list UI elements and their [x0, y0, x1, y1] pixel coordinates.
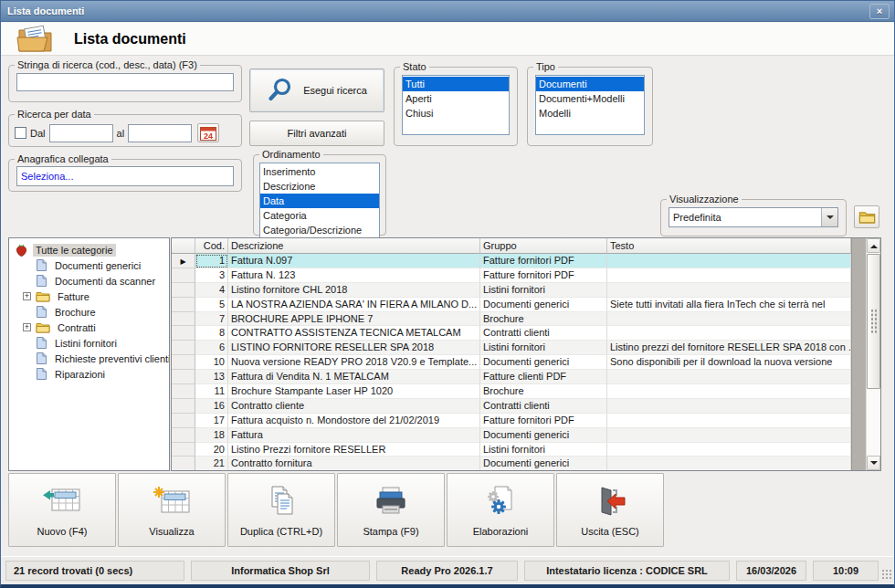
visualizzazione-combobox[interactable]: Predefinita — [669, 207, 838, 227]
column-gruppo[interactable]: Gruppo — [480, 238, 607, 254]
stato-group: Stato TuttiApertiChiusi — [394, 61, 518, 146]
folder-icon — [36, 321, 50, 333]
date-filter-checkbox[interactable] — [15, 127, 26, 139]
table-row[interactable]: 18FatturaDocumenti generici — [172, 428, 851, 443]
row-selector[interactable] — [172, 283, 195, 298]
ordinamento-option[interactable]: Data — [260, 194, 379, 208]
new-record-button[interactable]: Nuovo (F4) — [8, 473, 116, 547]
table-row[interactable]: 3Fattura N. 123Fatture fornitori PDF — [172, 268, 851, 283]
calendar-button[interactable]: 24 — [197, 123, 219, 142]
tree-root-item[interactable]: Tutte le categorie — [11, 242, 167, 257]
resize-grip[interactable] — [881, 569, 891, 579]
tree-item[interactable]: Documenti da scanner — [11, 273, 167, 289]
row-selector[interactable] — [172, 457, 195, 470]
table-row[interactable]: 5LA NOSTRA AZIENDA SARA' IN FIERA A MILA… — [172, 298, 851, 312]
visualizzazione-group-label: Visualizzazione — [667, 194, 742, 205]
tipo-option[interactable]: Documenti — [536, 77, 644, 91]
ordinamento-option[interactable]: Categoria/Descrizione — [260, 223, 379, 237]
cell-descrizione: BROCHURE APPLE IPHONE 7 — [228, 312, 480, 327]
run-search-label: Esegui ricerca — [303, 85, 367, 96]
run-search-button[interactable]: Esegui ricerca — [249, 68, 384, 112]
tree-item[interactable]: Brochure — [11, 304, 167, 320]
stato-listbox[interactable]: TuttiApertiChiusi — [402, 75, 510, 135]
tipo-option[interactable]: Modelli — [536, 106, 644, 121]
cell-testo — [607, 414, 851, 428]
date-to-input[interactable] — [128, 124, 192, 142]
tree-item[interactable]: +Contratti — [11, 320, 167, 335]
duplicate-button[interactable]: Duplica (CTRL+D) — [227, 473, 335, 547]
tipo-listbox[interactable]: DocumentiDocumenti+ModelliModelli — [535, 75, 645, 135]
tipo-option[interactable]: Documenti+Modelli — [536, 91, 644, 106]
row-selector[interactable] — [172, 384, 195, 399]
expand-plus-icon[interactable]: + — [23, 292, 31, 300]
page-icon — [36, 258, 47, 272]
column-testo[interactable]: Testo — [607, 238, 851, 254]
row-selector[interactable] — [172, 428, 195, 443]
table-row[interactable]: 10Nuova versione READY PRO 2018 V20.9 e … — [172, 355, 851, 370]
ordinamento-option[interactable]: Categoria — [260, 208, 379, 223]
row-selector[interactable] — [172, 298, 195, 312]
ordinamento-option[interactable]: Inserimento — [260, 164, 379, 179]
table-row[interactable]: 8CONTRATTO ASSISTENZA TECNICA METALCAMCo… — [172, 326, 851, 341]
table-row[interactable]: 16Contratto clienteContratti clienti — [172, 399, 851, 414]
stato-option[interactable]: Tutti — [403, 77, 509, 91]
advanced-filters-button[interactable]: Filtri avanzati — [249, 121, 384, 146]
action-button-label: Elaborazioni — [473, 526, 529, 537]
row-selector[interactable] — [172, 399, 195, 414]
row-selector[interactable]: ▶ — [172, 254, 195, 268]
row-selector[interactable] — [172, 370, 195, 384]
view-record-button[interactable]: Visualizza — [118, 473, 226, 547]
close-button[interactable]: × — [869, 4, 890, 19]
process-button[interactable]: Elaborazioni — [447, 473, 554, 547]
ordinamento-option[interactable]: Descrizione — [260, 179, 379, 194]
table-row[interactable]: 20Listino Prezzi fornitore RESELLERListi… — [172, 443, 851, 457]
print-button[interactable]: Stampa (F9) — [337, 473, 445, 547]
cell-testo — [607, 399, 851, 414]
table-row[interactable]: 6LISTINO FORNITORE RESELLER SPA 2018List… — [172, 341, 851, 355]
row-selector[interactable] — [172, 312, 195, 327]
stato-option[interactable]: Aperti — [403, 91, 509, 106]
window-titlebar[interactable]: Lista documenti × — [1, 1, 894, 22]
ordinamento-listbox[interactable]: InserimentoDescrizioneDataCategoriaCateg… — [259, 163, 380, 239]
table-row[interactable]: 21Contratto fornituraDocumenti generici — [172, 457, 851, 470]
date-from-input[interactable] — [49, 124, 113, 142]
tree-item[interactable]: Richieste preventivi clienti — [11, 351, 167, 366]
table-row[interactable]: 11Brochure Stampante Laser HP 1020Brochu… — [172, 384, 851, 399]
column-cod[interactable]: Cod. — [195, 238, 228, 254]
scrollbar-track[interactable] — [867, 390, 880, 456]
open-view-folder-button[interactable] — [854, 205, 879, 228]
table-row[interactable]: 17Fattura acquisto n. Mondostore del 21/… — [172, 414, 851, 428]
row-selector[interactable] — [172, 414, 195, 428]
category-tree[interactable]: Tutte le categorieDocumenti genericiDocu… — [8, 237, 170, 471]
scroll-up-button[interactable] — [867, 238, 880, 253]
scrollbar-thumb[interactable] — [867, 254, 880, 389]
documents-table: Cod. Descrizione Gruppo Testo ▶1Fattura … — [171, 237, 881, 471]
exit-button[interactable]: Uscita (ESC) — [556, 473, 664, 547]
row-selector[interactable] — [172, 443, 195, 457]
table-row[interactable]: 13Fattura di Vendita N. 1 METALCAMFattur… — [172, 370, 851, 384]
cell-gruppo: Contratti clienti — [480, 399, 607, 414]
row-selector[interactable] — [172, 355, 195, 370]
stato-option[interactable]: Chiusi — [403, 106, 509, 121]
scroll-down-button[interactable] — [867, 456, 880, 470]
combo-dropdown-arrow-icon[interactable] — [821, 208, 837, 226]
row-selector[interactable] — [172, 341, 195, 355]
row-selector[interactable] — [172, 268, 195, 283]
tree-item-label: Brochure — [52, 306, 99, 319]
vertical-scrollbar[interactable] — [866, 238, 880, 470]
stato-group-label: Stato — [400, 61, 429, 72]
tree-item[interactable]: Riparazioni — [11, 366, 167, 382]
cell-descrizione: LISTINO FORNITORE RESELLER SPA 2018 — [228, 341, 480, 355]
tree-item[interactable]: Documenti generici — [11, 257, 167, 273]
column-descrizione[interactable]: Descrizione — [228, 238, 480, 254]
table-row[interactable]: 7BROCHURE APPLE IPHONE 7Brochure — [172, 312, 851, 327]
table-row[interactable]: 4Listino fornitore CHL 2018Listini forni… — [172, 283, 851, 298]
expand-plus-icon[interactable]: + — [23, 323, 31, 331]
anagrafica-select-link[interactable]: Seleziona... — [16, 166, 234, 186]
table-row[interactable]: ▶1Fattura N.097Fatture fornitori PDF — [172, 254, 851, 268]
tree-item[interactable]: Listini fornitori — [11, 335, 167, 351]
row-selector[interactable] — [172, 326, 195, 341]
tree-item[interactable]: +Fatture — [11, 289, 167, 304]
search-input[interactable] — [16, 73, 234, 91]
new-record-icon — [41, 484, 83, 519]
